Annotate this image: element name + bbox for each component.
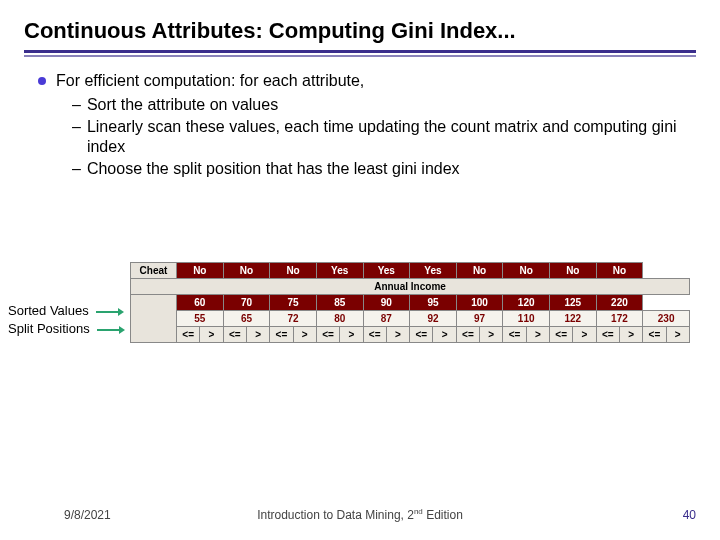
sorted-value-cell: 220	[596, 295, 643, 311]
bullet-sub-1: –Sort the attribute on values	[72, 95, 696, 115]
split-pos-cell: 92	[410, 311, 457, 327]
split-pos-cell: 65	[223, 311, 270, 327]
split-hdr-cell: >	[246, 327, 269, 343]
split-hdr-cell: >	[293, 327, 316, 343]
sorted-value-cell: 125	[550, 295, 597, 311]
footer-center: Introduction to Data Mining, 2nd Edition	[0, 507, 720, 522]
sorted-value-cell: 85	[316, 295, 363, 311]
sorted-value-cell: 75	[270, 295, 317, 311]
split-hdr-cell: >	[666, 327, 689, 343]
footer-center-b: Edition	[423, 508, 463, 522]
cheat-cell: No	[177, 263, 224, 279]
split-hdr-cell: <=	[456, 327, 479, 343]
cheat-cell: No	[223, 263, 270, 279]
split-hdr-cell: >	[340, 327, 363, 343]
bullet-sub-3: –Choose the split position that has the …	[72, 159, 696, 179]
split-hdr-cell: <=	[270, 327, 293, 343]
bullet-sub-2: –Linearly scan these values, each time u…	[72, 117, 696, 157]
dash-icon: –	[72, 95, 81, 115]
split-positions-text: Split Positions	[8, 321, 90, 336]
split-hdr-cell: >	[480, 327, 503, 343]
cheat-cell: Yes	[316, 263, 363, 279]
split-pos-cell: 55	[177, 311, 224, 327]
split-hdr-cell: >	[573, 327, 596, 343]
cheat-header: Cheat	[131, 263, 177, 279]
table-row-sorted-values: 60 70 75 85 90 95 100 120 125 220	[131, 295, 690, 311]
side-labels: Sorted Values Split Positions	[8, 302, 125, 338]
table-row-split-headers: <= > <= > <= > <= > <= > <= > <= > <= > …	[131, 327, 690, 343]
sorted-value-cell: 100	[456, 295, 503, 311]
split-hdr-cell: >	[619, 327, 642, 343]
split-pos-cell: 80	[316, 311, 363, 327]
split-hdr-cell: <=	[223, 327, 246, 343]
cheat-cell: No	[596, 263, 643, 279]
split-pos-cell: 72	[270, 311, 317, 327]
split-hdr-cell: <=	[550, 327, 573, 343]
split-hdr-cell: >	[200, 327, 223, 343]
bullet-sub-1-text: Sort the attribute on values	[87, 95, 278, 115]
sorted-value-cell: 90	[363, 295, 410, 311]
footer-center-sup: nd	[414, 507, 423, 516]
table-row-annual-income-header: Annual Income	[131, 279, 690, 295]
split-hdr-cell: <=	[643, 327, 666, 343]
split-pos-cell: 230	[643, 311, 690, 327]
cheat-cell: No	[550, 263, 597, 279]
split-pos-cell: 110	[503, 311, 550, 327]
split-positions-label: Split Positions	[8, 320, 125, 338]
cheat-cell: No	[270, 263, 317, 279]
dash-icon: –	[72, 159, 81, 179]
bullet-sub-3-text: Choose the split position that has the l…	[87, 159, 460, 179]
svg-marker-1	[118, 308, 124, 316]
bullet-main-text: For efficient computation: for each attr…	[56, 71, 364, 91]
arrow-right-icon	[97, 325, 125, 335]
split-hdr-cell: <=	[596, 327, 619, 343]
svg-marker-3	[119, 326, 125, 334]
bullet-main: For efficient computation: for each attr…	[38, 71, 696, 91]
footer: 9/8/2021 Introduction to Data Mining, 2n…	[0, 508, 720, 522]
split-hdr-cell: <=	[410, 327, 433, 343]
sorted-values-text: Sorted Values	[8, 303, 89, 318]
table-row-split-positions: 55 65 72 80 87 92 97 110 122 172 230	[131, 311, 690, 327]
slide: Continuous Attributes: Computing Gini In…	[0, 0, 720, 540]
sorted-value-cell: 70	[223, 295, 270, 311]
bullet-icon	[38, 77, 46, 85]
sorted-value-cell: 120	[503, 295, 550, 311]
arrow-right-icon	[96, 307, 124, 317]
body-text: For efficient computation: for each attr…	[24, 71, 696, 179]
split-hdr-cell: <=	[503, 327, 526, 343]
data-table: Cheat No No No Yes Yes Yes No No No No A…	[130, 262, 690, 343]
sorted-value-cell: 60	[177, 295, 224, 311]
cheat-cell: No	[503, 263, 550, 279]
title-rule	[24, 50, 696, 57]
cheat-cell: Yes	[410, 263, 457, 279]
cheat-cell: Yes	[363, 263, 410, 279]
bullet-sub-2-text: Linearly scan these values, each time up…	[87, 117, 696, 157]
split-hdr-cell: <=	[363, 327, 386, 343]
dash-icon: –	[72, 117, 81, 157]
split-pos-cell: 87	[363, 311, 410, 327]
cheat-cell: No	[456, 263, 503, 279]
sorted-values-label: Sorted Values	[8, 302, 125, 320]
page-title: Continuous Attributes: Computing Gini In…	[24, 18, 696, 44]
annual-income-header: Annual Income	[131, 279, 690, 295]
row-label-blank	[131, 295, 177, 343]
split-pos-cell: 172	[596, 311, 643, 327]
footer-center-a: Introduction to Data Mining, 2	[257, 508, 414, 522]
split-hdr-cell: >	[433, 327, 456, 343]
split-hdr-cell: <=	[316, 327, 339, 343]
split-hdr-cell: <=	[177, 327, 200, 343]
split-hdr-cell: >	[386, 327, 409, 343]
split-pos-cell: 97	[456, 311, 503, 327]
sorted-value-cell: 95	[410, 295, 457, 311]
split-pos-cell: 122	[550, 311, 597, 327]
table-row-cheat: Cheat No No No Yes Yes Yes No No No No	[131, 263, 690, 279]
split-hdr-cell: >	[526, 327, 549, 343]
